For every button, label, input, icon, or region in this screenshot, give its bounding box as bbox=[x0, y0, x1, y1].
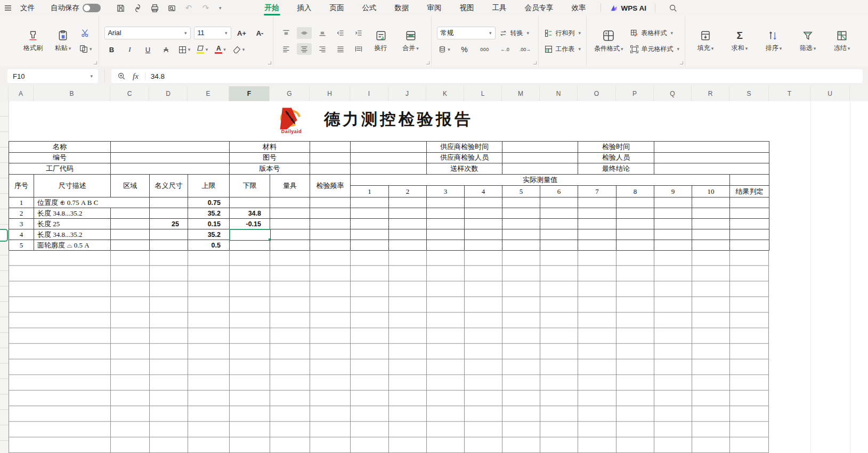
cell[interactable] bbox=[150, 240, 188, 251]
main-menu-icon[interactable] bbox=[3, 3, 13, 13]
cell[interactable] bbox=[502, 219, 540, 229]
cell[interactable] bbox=[616, 197, 654, 208]
percent-style-button[interactable]: % bbox=[457, 44, 472, 55]
cell[interactable] bbox=[654, 240, 692, 251]
font-name-select[interactable]: Arial▾ bbox=[104, 27, 191, 39]
cell[interactable] bbox=[111, 229, 150, 240]
cell-upper[interactable]: 0.15 bbox=[188, 219, 230, 229]
col-K[interactable]: K bbox=[426, 86, 464, 101]
cell[interactable] bbox=[351, 153, 427, 164]
cell[interactable] bbox=[578, 240, 616, 251]
highlight-color-button[interactable]: ▾ bbox=[195, 44, 210, 55]
decrease-decimal-icon[interactable]: .00→ bbox=[518, 44, 533, 55]
col-E[interactable]: E bbox=[188, 86, 229, 101]
cell-desc[interactable]: 位置度 ⊕ 0.75 A B C bbox=[34, 197, 150, 208]
cell[interactable] bbox=[502, 142, 578, 153]
cell[interactable] bbox=[427, 240, 465, 251]
cell[interactable] bbox=[692, 208, 730, 219]
cell[interactable] bbox=[111, 142, 230, 153]
clear-format-button[interactable]: ▾ bbox=[231, 44, 246, 55]
measure-col[interactable]: 2 bbox=[389, 186, 427, 197]
select-all-corner[interactable] bbox=[0, 86, 9, 101]
cell-desc[interactable]: 长度 34.8...35.2 bbox=[34, 208, 111, 219]
info-label[interactable]: 图号 bbox=[230, 153, 310, 164]
cell[interactable] bbox=[692, 197, 730, 208]
copy-icon[interactable]: ▾ bbox=[78, 43, 93, 55]
tab-formula[interactable]: 公式 bbox=[353, 0, 386, 16]
cell[interactable] bbox=[310, 163, 351, 175]
tab-review[interactable]: 审阅 bbox=[418, 0, 451, 16]
cell[interactable] bbox=[427, 197, 465, 208]
header-upper[interactable]: 上限 bbox=[188, 175, 230, 197]
cell-desc[interactable]: 长度 25 bbox=[34, 219, 111, 229]
cell[interactable] bbox=[270, 208, 310, 219]
info-label[interactable]: 编号 bbox=[9, 153, 111, 164]
header-lower[interactable]: 下限 bbox=[230, 175, 270, 197]
cell[interactable] bbox=[692, 229, 730, 240]
info-label[interactable]: 版本号 bbox=[230, 163, 310, 175]
cell[interactable] bbox=[578, 208, 616, 219]
cell[interactable] bbox=[351, 219, 389, 229]
cell[interactable] bbox=[111, 208, 150, 219]
info-label[interactable]: 名称 bbox=[9, 142, 111, 153]
cell[interactable] bbox=[730, 175, 769, 186]
grow-font-button[interactable]: A+ bbox=[234, 27, 249, 39]
undo-icon[interactable]: ↶ bbox=[184, 3, 193, 13]
measure-col[interactable]: 9 bbox=[654, 186, 692, 197]
distributed-icon[interactable] bbox=[351, 43, 366, 55]
decrease-indent-icon[interactable] bbox=[333, 27, 348, 39]
measure-col[interactable]: 3 bbox=[427, 186, 465, 197]
redo-icon[interactable]: ↷ bbox=[201, 3, 210, 13]
cell-upper[interactable]: 35.2 bbox=[188, 208, 230, 219]
rows-columns-button[interactable]: 行和列▾ bbox=[544, 27, 581, 39]
info-label[interactable]: 材料 bbox=[230, 142, 310, 153]
cut-icon[interactable] bbox=[78, 27, 93, 39]
cell[interactable] bbox=[465, 240, 502, 251]
tab-view[interactable]: 视图 bbox=[451, 0, 483, 16]
cell[interactable] bbox=[389, 219, 427, 229]
cell[interactable] bbox=[616, 240, 654, 251]
col-Q[interactable]: Q bbox=[654, 86, 692, 101]
col-P[interactable]: P bbox=[616, 86, 654, 101]
col-C[interactable]: C bbox=[110, 86, 149, 101]
cell[interactable] bbox=[351, 197, 389, 208]
col-D[interactable]: D bbox=[149, 86, 188, 101]
italic-button[interactable]: I bbox=[123, 44, 137, 55]
fx-icon[interactable]: fx bbox=[133, 72, 139, 81]
cell-seq[interactable]: 1 bbox=[9, 197, 34, 208]
align-center-icon[interactable] bbox=[297, 43, 312, 55]
measure-col[interactable]: 6 bbox=[540, 186, 578, 197]
number-format-select[interactable]: 常规▾ bbox=[437, 27, 496, 39]
borders-button[interactable]: ▾ bbox=[177, 44, 192, 55]
col-R[interactable]: R bbox=[692, 86, 729, 101]
cell[interactable] bbox=[730, 208, 769, 219]
cell[interactable] bbox=[351, 208, 389, 219]
cell[interactable] bbox=[730, 229, 769, 240]
cell[interactable] bbox=[111, 163, 230, 175]
tab-tools[interactable]: 工具 bbox=[483, 0, 516, 16]
format-painter-button[interactable]: 格式刷 bbox=[18, 29, 48, 54]
quickbar-more-icon[interactable]: ▾ bbox=[219, 5, 222, 11]
col-B[interactable]: B bbox=[34, 86, 110, 101]
col-T[interactable]: T bbox=[769, 86, 810, 101]
file-menu[interactable]: 文件 bbox=[18, 2, 37, 14]
col-L[interactable]: L bbox=[464, 86, 502, 101]
cell[interactable] bbox=[578, 219, 616, 229]
cell[interactable] bbox=[389, 197, 427, 208]
search-icon[interactable] bbox=[668, 3, 678, 13]
col-M[interactable]: M bbox=[502, 86, 540, 101]
col-U[interactable]: U bbox=[810, 86, 850, 101]
cell[interactable] bbox=[465, 208, 502, 219]
cell[interactable] bbox=[310, 240, 351, 251]
header-measured-values[interactable]: 实际测量值 bbox=[351, 175, 730, 186]
cell[interactable] bbox=[540, 229, 578, 240]
cell[interactable] bbox=[150, 197, 188, 208]
cell[interactable] bbox=[692, 219, 730, 229]
align-right-icon[interactable] bbox=[315, 43, 330, 55]
cell[interactable] bbox=[654, 153, 769, 164]
header-frequency[interactable]: 检验频率 bbox=[310, 175, 351, 197]
col-F-selected[interactable]: F bbox=[229, 86, 270, 102]
info-label[interactable]: 工厂代码 bbox=[9, 163, 111, 175]
col-S[interactable]: S bbox=[729, 86, 769, 101]
info-label[interactable]: 检验时间 bbox=[578, 142, 654, 153]
